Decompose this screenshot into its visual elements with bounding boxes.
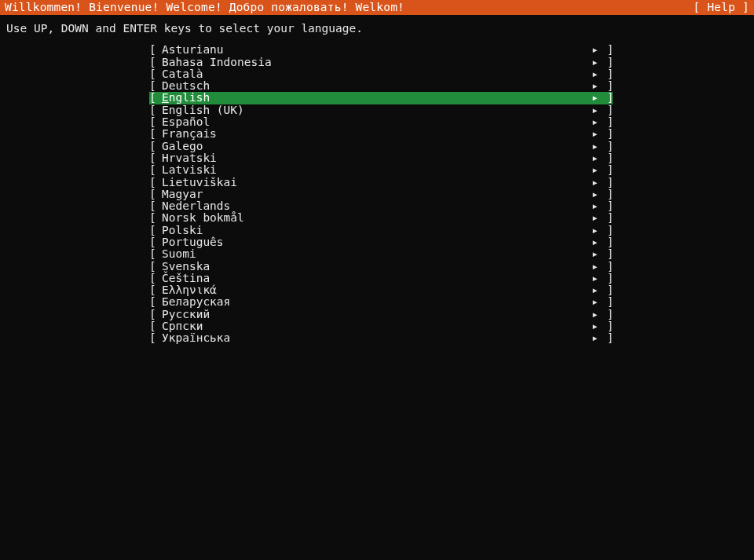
left-bracket: [ (149, 332, 162, 344)
language-item[interactable]: [ Nederlands▸ ] (149, 200, 613, 212)
language-item[interactable]: [ Português▸ ] (149, 236, 613, 248)
left-bracket: [ (149, 296, 162, 308)
language-label: Français (162, 128, 217, 140)
language-item[interactable]: [ Polski▸ ] (149, 225, 613, 236)
language-item[interactable]: [ Català▸ ] (149, 68, 613, 80)
right-bracket: ] (600, 80, 613, 92)
header-bar: Willkommen! Bienvenue! Welcome! Добро по… (0, 0, 754, 15)
language-label: Deutsch (162, 80, 210, 92)
right-bracket: ] (600, 236, 613, 248)
submenu-arrow-icon: ▸ (591, 225, 600, 236)
language-item[interactable]: [ Norsk bokmål▸ ] (149, 212, 613, 224)
language-label: Беларуская (162, 296, 230, 308)
submenu-arrow-icon: ▸ (591, 188, 600, 200)
left-bracket: [ (149, 177, 162, 188)
submenu-arrow-icon: ▸ (591, 296, 600, 308)
header-title: Willkommen! Bienvenue! Welcome! Добро по… (5, 2, 404, 13)
language-item[interactable]: [ Galego▸ ] (149, 141, 613, 152)
language-label: Latviski (162, 164, 217, 176)
language-label: Hrvatski (162, 152, 217, 164)
language-label: Bahasa Indonesia (162, 57, 272, 68)
language-label: Svenska (162, 261, 210, 273)
right-bracket: ] (600, 212, 613, 224)
right-bracket: ] (600, 261, 613, 273)
submenu-arrow-icon: ▸ (591, 284, 600, 296)
language-item[interactable]: [ Hrvatski▸ ] (149, 152, 613, 164)
right-bracket: ] (600, 92, 613, 104)
submenu-arrow-icon: ▸ (591, 80, 600, 92)
submenu-arrow-icon: ▸ (591, 104, 600, 116)
language-label: Српски (162, 320, 203, 332)
language-item[interactable]: [ Asturianu▸ ] (149, 44, 613, 56)
language-item[interactable]: [ Русский▸ ] (149, 309, 613, 320)
language-item[interactable]: [ Español▸ ] (149, 116, 613, 128)
language-label: Català (162, 68, 203, 80)
help-button[interactable]: [ Help ] (694, 2, 749, 13)
left-bracket: [ (149, 44, 162, 56)
right-bracket: ] (600, 128, 613, 140)
left-bracket: [ (149, 57, 162, 68)
language-label: Ελληνικά (162, 284, 217, 296)
right-bracket: ] (600, 152, 613, 164)
language-label: Magyar (162, 188, 203, 200)
left-bracket: [ (149, 80, 162, 92)
language-item[interactable]: [ Čeština▸ ] (149, 273, 613, 284)
language-item[interactable]: [ Српски▸ ] (149, 320, 613, 332)
left-bracket: [ (149, 116, 162, 128)
right-bracket: ] (600, 332, 613, 344)
left-bracket: [ (149, 104, 162, 116)
language-item[interactable]: [ Français▸ ] (149, 128, 613, 140)
language-label: Galego (162, 141, 203, 152)
left-bracket: [ (149, 152, 162, 164)
language-label: Lietuviškai (162, 177, 237, 188)
language-item[interactable]: [ Suomi▸ ] (149, 248, 613, 260)
language-item[interactable]: [ Magyar▸ ] (149, 188, 613, 200)
submenu-arrow-icon: ▸ (591, 261, 600, 273)
instruction-text: Use UP, DOWN and ENTER keys to select yo… (0, 15, 754, 44)
language-item[interactable]: [ Bahasa Indonesia▸ ] (149, 57, 613, 68)
left-bracket: [ (149, 212, 162, 224)
language-label: Čeština (162, 273, 210, 284)
left-bracket: [ (149, 200, 162, 212)
left-bracket: [ (149, 128, 162, 140)
language-item[interactable]: [ Latviski▸ ] (149, 164, 613, 176)
right-bracket: ] (600, 116, 613, 128)
right-bracket: ] (600, 104, 613, 116)
left-bracket: [ (149, 164, 162, 176)
language-item[interactable]: [ Deutsch▸ ] (149, 80, 613, 92)
language-label: Nederlands (162, 200, 230, 212)
right-bracket: ] (600, 164, 613, 176)
submenu-arrow-icon: ▸ (591, 116, 600, 128)
submenu-arrow-icon: ▸ (591, 68, 600, 80)
submenu-arrow-icon: ▸ (591, 44, 600, 56)
submenu-arrow-icon: ▸ (591, 248, 600, 260)
left-bracket: [ (149, 284, 162, 296)
language-item[interactable]: [ Українська▸ ] (149, 332, 613, 344)
language-item[interactable]: [ Lietuviškai▸ ] (149, 176, 613, 188)
language-item[interactable]: [ English▸ ] (149, 92, 613, 104)
language-item[interactable]: [ English (UK)▸ ] (149, 104, 613, 116)
submenu-arrow-icon: ▸ (591, 309, 600, 320)
right-bracket: ] (600, 177, 613, 188)
submenu-arrow-icon: ▸ (591, 200, 600, 212)
right-bracket: ] (600, 57, 613, 68)
left-bracket: [ (149, 236, 162, 248)
language-item[interactable]: [ Беларуская▸ ] (149, 296, 613, 308)
right-bracket: ] (600, 320, 613, 332)
right-bracket: ] (600, 273, 613, 284)
language-item[interactable]: [ Ελληνικά▸ ] (149, 284, 613, 296)
submenu-arrow-icon: ▸ (591, 141, 600, 152)
right-bracket: ] (600, 200, 613, 212)
submenu-arrow-icon: ▸ (591, 128, 600, 140)
right-bracket: ] (600, 284, 613, 296)
language-list[interactable]: [ Asturianu▸ ][ Bahasa Indonesia▸ ][ Cat… (0, 44, 754, 344)
language-item[interactable]: [ Svenska▸ ] (149, 261, 613, 273)
left-bracket: [ (149, 261, 162, 273)
language-label: Русский (162, 309, 210, 320)
language-label: Asturianu (162, 44, 224, 56)
submenu-arrow-icon: ▸ (591, 236, 600, 248)
right-bracket: ] (600, 141, 613, 152)
left-bracket: [ (149, 248, 162, 260)
right-bracket: ] (600, 68, 613, 80)
language-label: English (UK) (162, 104, 244, 116)
